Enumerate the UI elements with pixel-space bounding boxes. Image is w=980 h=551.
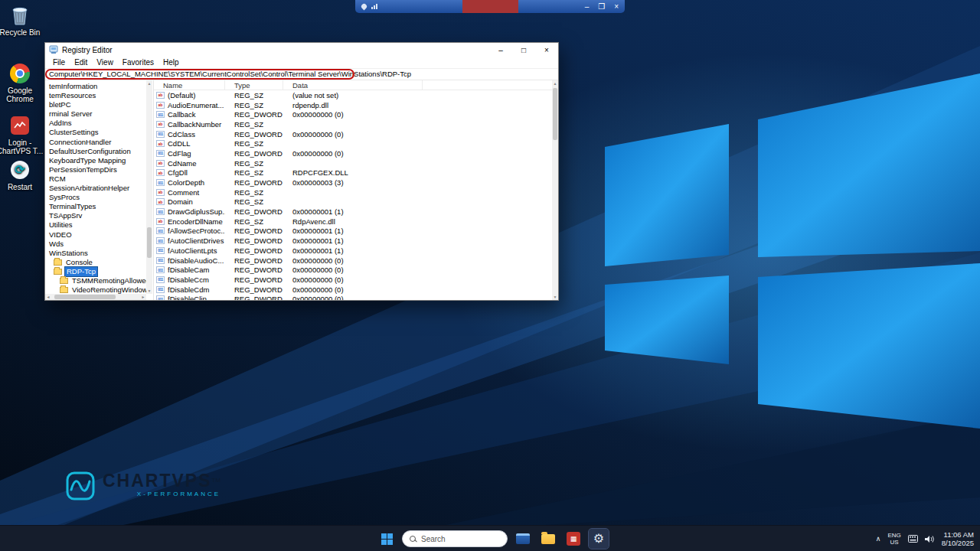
address-text[interactable]: Computer\HKEY_LOCAL_MACHINE\SYSTEM\Curre… [49, 69, 411, 80]
tree-horizontal-scrollbar[interactable]: ◄ ► [45, 294, 146, 300]
menu-help[interactable]: Help [158, 58, 184, 67]
registry-row[interactable]: 011fAutoClientLptsREG_DWORD0x00000001 (1… [154, 246, 552, 256]
registry-row[interactable]: abCommentREG_SZ [154, 187, 552, 197]
tree-item[interactable]: SysProcs [45, 193, 146, 202]
language-indicator[interactable]: ENGUS [887, 532, 900, 546]
column-header-type[interactable]: Type [225, 80, 283, 90]
tree-item[interactable]: RDP-Tcp [45, 267, 146, 276]
tree-item[interactable]: RCM [45, 174, 146, 184]
rdp-restore-button[interactable]: ❐ [598, 0, 605, 13]
list-vertical-scrollbar[interactable]: ▲ ▼ [552, 80, 558, 300]
start-button[interactable] [377, 529, 397, 549]
registry-row[interactable]: abDomainREG_SZ [154, 197, 552, 207]
tree-item[interactable]: bletPC [45, 100, 146, 109]
desktop-icon-restart[interactable]: ⟳ Restart [0, 159, 44, 191]
registry-row[interactable]: 011fDisableClipREG_DWORD0x00000000 (0) [154, 294, 552, 300]
taskbar-search[interactable]: Search [402, 530, 508, 547]
registry-row[interactable]: 011CallbackREG_DWORD0x00000000 (0) [154, 109, 552, 119]
taskbar-app-window[interactable] [513, 529, 533, 549]
taskbar: Search ▦ ⚙ ∧ ENGUS [0, 525, 980, 551]
menu-view[interactable]: View [92, 58, 118, 67]
column-header-name[interactable]: Name [154, 80, 225, 90]
dword-value-icon: 011 [156, 111, 165, 118]
tree-item[interactable]: TSMMRemotingAllowedApps [45, 276, 146, 285]
value-name: fAllowSecProtoc... [168, 227, 225, 235]
registry-row[interactable]: abCdDLLREG_SZ [154, 139, 552, 148]
tree-item[interactable]: rminal Server [45, 109, 146, 119]
registry-row[interactable]: 011fDisableCcmREG_DWORD0x00000000 (0) [154, 275, 552, 285]
close-button[interactable]: × [535, 43, 558, 57]
pin-icon[interactable] [361, 3, 368, 11]
address-bar[interactable]: Computer\HKEY_LOCAL_MACHINE\SYSTEM\Curre… [45, 69, 558, 80]
tree-item[interactable]: SessionArbitrationHelper [45, 184, 146, 193]
registry-row[interactable]: 011fDisableCamREG_DWORD0x00000000 (0) [154, 265, 552, 275]
registry-editor-window: Registry Editor – □ × FileEditViewFavori… [44, 42, 559, 301]
tree-item-label: WinStations [47, 249, 90, 258]
registry-row[interactable]: 011fDisableAudioC...REG_DWORD0x00000000 … [154, 256, 552, 266]
tree-item[interactable]: KeyboardType Mapping [45, 156, 146, 165]
tree-item[interactable]: AddIns [45, 119, 146, 128]
taskbar-clock[interactable]: 11:06 AM 8/10/2025 [942, 530, 974, 547]
title-bar[interactable]: Registry Editor – □ × [45, 43, 558, 57]
value-data: 0x00000003 (3) [283, 178, 423, 187]
menu-file[interactable]: File [48, 58, 70, 67]
taskbar-file-explorer[interactable] [538, 529, 558, 549]
tree-vertical-scrollbar[interactable]: ▲ ▼ [146, 80, 152, 294]
volume-icon[interactable] [925, 535, 935, 543]
registry-row[interactable]: abEncoderDllNameREG_SZRdpAvenc.dll [154, 217, 552, 227]
rdp-close-button[interactable]: × [614, 0, 619, 13]
column-header-data[interactable]: Data [283, 80, 423, 90]
registry-row[interactable]: 011CdClassREG_DWORD0x00000000 (0) [154, 129, 552, 139]
registry-row[interactable]: 011fAllowSecProtoc...REG_DWORD0x00000001… [154, 227, 552, 236]
taskbar-settings[interactable]: ⚙ [589, 529, 609, 549]
taskbar-chartvps-app[interactable]: ▦ [564, 529, 583, 549]
rdp-minimize-button[interactable]: – [585, 0, 590, 13]
value-data: 0x00000000 (0) [283, 295, 423, 300]
tree-item[interactable]: temInformation [45, 82, 146, 91]
list-header: NameTypeData [154, 80, 558, 90]
tray-chevron-icon[interactable]: ∧ [876, 535, 881, 543]
tree-item[interactable]: Wds [45, 240, 146, 249]
watermark-brand: CHARTVPS [103, 471, 212, 491]
menu-edit[interactable]: Edit [70, 58, 92, 67]
registry-row[interactable]: 011fAutoClientDrivesREG_DWORD0x00000001 … [154, 236, 552, 246]
tree-item[interactable]: TSAppSrv [45, 211, 146, 220]
value-type: REG_SZ [225, 139, 283, 148]
maximize-button[interactable]: □ [512, 43, 535, 57]
value-data: RdpAvenc.dll [283, 217, 423, 226]
dword-value-icon: 011 [156, 266, 165, 273]
registry-row[interactable]: abCallbackNumberREG_SZ [154, 119, 552, 129]
tree-item-label: ClusterSettings [47, 128, 100, 137]
tree-item[interactable]: ConnectionHandler [45, 138, 146, 147]
registry-row[interactable]: 011fDisableCdmREG_DWORD0x00000000 (0) [154, 285, 552, 295]
desktop-icon-recycle-bin[interactable]: Recycle Bin [0, 5, 44, 37]
registry-row[interactable]: abCfgDllREG_SZRDPCFGEX.DLL [154, 168, 552, 178]
tree-item[interactable]: DefaultUserConfiguration [45, 147, 146, 156]
desktop-icon-login-chartvps[interactable]: Login - ChartVPS T... [0, 115, 44, 155]
tree-item[interactable]: ClusterSettings [45, 128, 146, 137]
tree-item[interactable]: VideoRemotingWindowNames [45, 285, 146, 294]
registry-row[interactable]: 011ColorDepthREG_DWORD0x00000003 (3) [154, 178, 552, 187]
registry-row[interactable]: abCdNameREG_SZ [154, 158, 552, 168]
registry-row[interactable]: ab(Default)REG_SZ(value not set) [154, 90, 552, 100]
desktop-icon-google-chrome[interactable]: Google Chrome [0, 63, 44, 103]
value-type: REG_SZ [225, 188, 283, 197]
string-value-icon: ab [156, 92, 165, 99]
tree-item-label: bletPC [47, 100, 73, 109]
minimize-button[interactable]: – [489, 43, 512, 57]
tree-item[interactable]: WinStations [45, 249, 146, 258]
registry-row[interactable]: 011DrawGdiplusSup...REG_DWORD0x00000001 … [154, 207, 552, 217]
touch-keyboard-icon[interactable] [908, 535, 918, 543]
tree-item[interactable]: Utilities [45, 220, 146, 230]
tree-item[interactable]: temResources [45, 91, 146, 100]
rdp-connection-bar[interactable]: – ❐ × [355, 0, 625, 13]
chrome-icon [9, 63, 31, 84]
tree-item[interactable]: TerminalTypes [45, 202, 146, 211]
registry-row[interactable]: abAudioEnumerat...REG_SZrdpendp.dll [154, 100, 552, 110]
menu-favorites[interactable]: Favorites [118, 58, 158, 67]
value-name: fDisableCam [168, 266, 209, 274]
tree-item[interactable]: PerSessionTempDirs [45, 165, 146, 174]
registry-row[interactable]: 011CdFlagREG_DWORD0x00000000 (0) [154, 148, 552, 158]
dword-value-icon: 011 [156, 257, 165, 264]
tree-item[interactable]: VIDEO [45, 230, 146, 240]
